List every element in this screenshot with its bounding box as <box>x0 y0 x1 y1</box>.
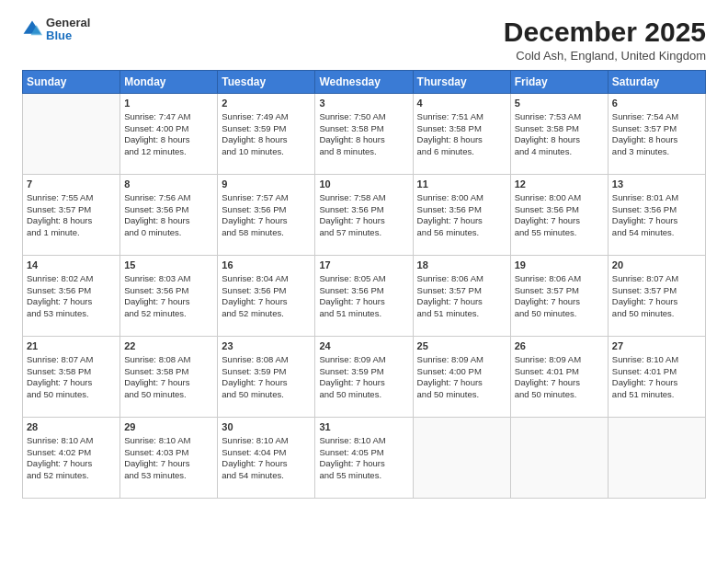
calendar-cell: 3Sunrise: 7:50 AM Sunset: 3:58 PM Daylig… <box>315 94 413 175</box>
day-info: Sunrise: 8:08 AM Sunset: 3:59 PM Dayligh… <box>222 354 311 401</box>
day-number: 15 <box>124 259 213 272</box>
day-number: 5 <box>515 97 604 110</box>
calendar-cell: 31Sunrise: 8:10 AM Sunset: 4:05 PM Dayli… <box>315 418 413 499</box>
day-info: Sunrise: 8:10 AM Sunset: 4:03 PM Dayligh… <box>124 435 213 482</box>
day-info: Sunrise: 8:05 AM Sunset: 3:56 PM Dayligh… <box>319 273 408 320</box>
calendar-cell: 22Sunrise: 8:08 AM Sunset: 3:58 PM Dayli… <box>120 337 218 418</box>
calendar-cell: 9Sunrise: 7:57 AM Sunset: 3:56 PM Daylig… <box>218 175 315 256</box>
calendar-cell: 24Sunrise: 8:09 AM Sunset: 3:59 PM Dayli… <box>315 337 413 418</box>
day-info: Sunrise: 8:06 AM Sunset: 3:57 PM Dayligh… <box>515 273 604 320</box>
day-number: 1 <box>124 97 213 110</box>
calendar-cell: 16Sunrise: 8:04 AM Sunset: 3:56 PM Dayli… <box>218 256 315 337</box>
day-info: Sunrise: 7:57 AM Sunset: 3:56 PM Dayligh… <box>222 192 311 239</box>
logo-text: General Blue <box>46 17 90 43</box>
day-number: 14 <box>27 259 116 272</box>
day-number: 31 <box>319 420 408 434</box>
calendar-cell: 13Sunrise: 8:01 AM Sunset: 3:56 PM Dayli… <box>608 175 705 256</box>
day-info: Sunrise: 7:54 AM Sunset: 3:57 PM Dayligh… <box>612 111 701 158</box>
weekday-row: SundayMondayTuesdayWednesdayThursdayFrid… <box>23 71 706 94</box>
weekday-thursday: Thursday <box>413 71 510 94</box>
day-number: 11 <box>417 178 506 191</box>
day-info: Sunrise: 8:06 AM Sunset: 3:57 PM Dayligh… <box>417 273 506 320</box>
subtitle: Cold Ash, England, United Kingdom <box>504 49 706 63</box>
main-title: December 2025 <box>504 17 706 47</box>
logo-icon <box>22 19 42 40</box>
day-info: Sunrise: 8:07 AM Sunset: 3:57 PM Dayligh… <box>612 273 701 320</box>
day-number: 25 <box>417 339 506 353</box>
calendar-cell: 10Sunrise: 7:58 AM Sunset: 3:56 PM Dayli… <box>315 175 413 256</box>
calendar-cell: 12Sunrise: 8:00 AM Sunset: 3:56 PM Dayli… <box>510 175 608 256</box>
day-info: Sunrise: 8:10 AM Sunset: 4:01 PM Dayligh… <box>612 354 701 401</box>
day-info: Sunrise: 8:10 AM Sunset: 4:02 PM Dayligh… <box>27 435 116 482</box>
week-row-2: 14Sunrise: 8:02 AM Sunset: 3:56 PM Dayli… <box>23 256 706 337</box>
day-number: 16 <box>222 259 311 272</box>
calendar: SundayMondayTuesdayWednesdayThursdayFrid… <box>22 70 706 499</box>
day-info: Sunrise: 8:03 AM Sunset: 3:56 PM Dayligh… <box>124 273 213 320</box>
day-info: Sunrise: 8:09 AM Sunset: 4:01 PM Dayligh… <box>515 354 604 401</box>
day-info: Sunrise: 8:07 AM Sunset: 3:58 PM Dayligh… <box>27 354 116 401</box>
week-row-0: 1Sunrise: 7:47 AM Sunset: 4:00 PM Daylig… <box>23 94 706 175</box>
calendar-cell <box>510 418 608 499</box>
day-number: 9 <box>222 178 311 191</box>
calendar-cell: 29Sunrise: 8:10 AM Sunset: 4:03 PM Dayli… <box>120 418 218 499</box>
day-info: Sunrise: 7:55 AM Sunset: 3:57 PM Dayligh… <box>27 192 116 239</box>
day-info: Sunrise: 7:47 AM Sunset: 4:00 PM Dayligh… <box>124 111 213 158</box>
calendar-cell: 30Sunrise: 8:10 AM Sunset: 4:04 PM Dayli… <box>218 418 315 499</box>
calendar-cell: 21Sunrise: 8:07 AM Sunset: 3:58 PM Dayli… <box>23 337 120 418</box>
calendar-cell <box>23 94 120 175</box>
calendar-cell: 25Sunrise: 8:09 AM Sunset: 4:00 PM Dayli… <box>413 337 510 418</box>
day-number: 20 <box>612 259 701 272</box>
day-number: 18 <box>417 259 506 272</box>
day-number: 8 <box>124 178 213 191</box>
weekday-saturday: Saturday <box>608 71 705 94</box>
day-number: 13 <box>612 178 701 191</box>
calendar-cell: 7Sunrise: 7:55 AM Sunset: 3:57 PM Daylig… <box>23 175 120 256</box>
calendar-cell: 8Sunrise: 7:56 AM Sunset: 3:56 PM Daylig… <box>120 175 218 256</box>
calendar-cell: 20Sunrise: 8:07 AM Sunset: 3:57 PM Dayli… <box>608 256 705 337</box>
day-number: 4 <box>417 97 506 110</box>
day-info: Sunrise: 8:00 AM Sunset: 3:56 PM Dayligh… <box>417 192 506 239</box>
day-number: 29 <box>124 420 213 434</box>
calendar-cell <box>413 418 510 499</box>
calendar-cell: 17Sunrise: 8:05 AM Sunset: 3:56 PM Dayli… <box>315 256 413 337</box>
calendar-cell: 23Sunrise: 8:08 AM Sunset: 3:59 PM Dayli… <box>218 337 315 418</box>
day-info: Sunrise: 7:51 AM Sunset: 3:58 PM Dayligh… <box>417 111 506 158</box>
day-info: Sunrise: 8:00 AM Sunset: 3:56 PM Dayligh… <box>515 192 604 239</box>
weekday-tuesday: Tuesday <box>218 71 315 94</box>
calendar-body: 1Sunrise: 7:47 AM Sunset: 4:00 PM Daylig… <box>23 94 706 499</box>
day-number: 3 <box>319 97 408 110</box>
weekday-monday: Monday <box>120 71 218 94</box>
day-number: 28 <box>27 420 116 434</box>
day-info: Sunrise: 8:10 AM Sunset: 4:05 PM Dayligh… <box>319 435 408 482</box>
header: General Blue December 2025 Cold Ash, Eng… <box>22 17 706 63</box>
day-number: 22 <box>124 339 213 353</box>
calendar-cell: 2Sunrise: 7:49 AM Sunset: 3:59 PM Daylig… <box>218 94 315 175</box>
day-info: Sunrise: 8:08 AM Sunset: 3:58 PM Dayligh… <box>124 354 213 401</box>
day-number: 10 <box>319 178 408 191</box>
calendar-cell <box>608 418 705 499</box>
calendar-header: SundayMondayTuesdayWednesdayThursdayFrid… <box>23 71 706 94</box>
day-info: Sunrise: 7:50 AM Sunset: 3:58 PM Dayligh… <box>319 111 408 158</box>
calendar-cell: 26Sunrise: 8:09 AM Sunset: 4:01 PM Dayli… <box>510 337 608 418</box>
calendar-cell: 28Sunrise: 8:10 AM Sunset: 4:02 PM Dayli… <box>23 418 120 499</box>
day-number: 27 <box>612 339 701 353</box>
day-number: 12 <box>515 178 604 191</box>
weekday-wednesday: Wednesday <box>315 71 413 94</box>
day-info: Sunrise: 8:09 AM Sunset: 4:00 PM Dayligh… <box>417 354 506 401</box>
day-number: 2 <box>222 97 311 110</box>
day-info: Sunrise: 7:53 AM Sunset: 3:58 PM Dayligh… <box>515 111 604 158</box>
weekday-friday: Friday <box>510 71 608 94</box>
calendar-cell: 14Sunrise: 8:02 AM Sunset: 3:56 PM Dayli… <box>23 256 120 337</box>
day-number: 7 <box>27 178 116 191</box>
calendar-cell: 19Sunrise: 8:06 AM Sunset: 3:57 PM Dayli… <box>510 256 608 337</box>
day-number: 30 <box>222 420 311 434</box>
title-block: December 2025 Cold Ash, England, United … <box>504 17 706 63</box>
logo-blue: Blue <box>46 29 90 42</box>
day-info: Sunrise: 8:01 AM Sunset: 3:56 PM Dayligh… <box>612 192 701 239</box>
day-number: 21 <box>27 339 116 353</box>
day-info: Sunrise: 8:10 AM Sunset: 4:04 PM Dayligh… <box>222 435 311 482</box>
day-info: Sunrise: 8:02 AM Sunset: 3:56 PM Dayligh… <box>27 273 116 320</box>
calendar-cell: 4Sunrise: 7:51 AM Sunset: 3:58 PM Daylig… <box>413 94 510 175</box>
day-number: 6 <box>612 97 701 110</box>
page: General Blue December 2025 Cold Ash, Eng… <box>0 0 728 563</box>
